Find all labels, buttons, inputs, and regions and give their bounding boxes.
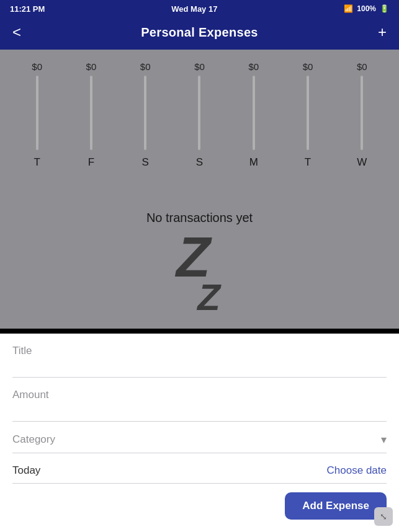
bar-amount: $0 (194, 61, 205, 72)
amount-field: Amount (12, 378, 387, 422)
bar-column: $0S (127, 61, 164, 169)
bar-track (90, 76, 92, 150)
bar-track (144, 76, 146, 150)
amount-label: Amount (12, 389, 49, 401)
bar-day-label: S (196, 156, 203, 169)
form-area: Title Amount Category ▾ Today Choose dat… (0, 334, 399, 532)
status-time: 11:21 PM (10, 4, 45, 14)
bar-amount: $0 (32, 61, 42, 72)
z-graphic-2: Z (197, 279, 220, 316)
bar-column: $0F (73, 61, 110, 169)
bar-day-label: F (88, 156, 94, 169)
choose-date-button[interactable]: Choose date (327, 464, 387, 477)
bar-track (361, 76, 363, 150)
bar-amount: $0 (86, 61, 97, 72)
wifi-icon: 📶 (344, 4, 353, 13)
status-right: 📶 100% 🔋 (344, 4, 389, 13)
chevron-down-icon: ▾ (381, 433, 387, 446)
bar-amount: $0 (248, 61, 259, 72)
bar-track (253, 76, 255, 150)
title-label: Title (12, 345, 32, 357)
bar-column: $0T (289, 61, 326, 169)
bar-day-label: T (305, 156, 311, 169)
title-field: Title (12, 334, 387, 378)
battery-label: 100% (357, 4, 376, 13)
device-frame: 11:21 PM Wed May 17 📶 100% 🔋 < Personal … (0, 0, 399, 532)
bars-container: $0T$0F$0S$0S$0M$0T$0W (10, 57, 389, 169)
status-date: Wed May 17 (171, 4, 217, 14)
amount-input[interactable] (12, 402, 387, 415)
bar-column: $0T (19, 61, 56, 169)
add-expense-row: Add Expense (12, 484, 387, 532)
back-button[interactable]: < (12, 25, 21, 40)
bar-amount: $0 (303, 61, 313, 72)
bar-amount: $0 (140, 61, 151, 72)
bar-track (198, 76, 200, 150)
corner-resize-button[interactable]: ⤡ (374, 507, 393, 526)
bar-column: $0W (343, 61, 380, 169)
chart-area: $0T$0F$0S$0S$0M$0T$0W (0, 50, 399, 192)
bar-day-label: S (142, 156, 149, 169)
add-expense-button[interactable]: Add Expense (285, 492, 387, 520)
bar-column: $0S (181, 61, 218, 169)
page-title: Personal Expenses (141, 25, 258, 40)
header: < Personal Expenses + (0, 17, 399, 50)
bar-track (36, 76, 38, 150)
battery-icon: 🔋 (380, 4, 389, 13)
status-bar: 11:21 PM Wed May 17 📶 100% 🔋 (0, 0, 399, 17)
empty-state: No transactions yet Z Z (0, 192, 399, 329)
empty-state-message: No transactions yet (146, 211, 253, 224)
category-label: Category (12, 433, 55, 446)
title-input[interactable] (12, 358, 387, 371)
zzz-graphic: Z Z (179, 229, 220, 316)
resize-icon: ⤡ (380, 512, 387, 521)
add-button[interactable]: + (378, 25, 387, 40)
bar-day-label: W (357, 156, 367, 169)
bar-amount: $0 (357, 61, 367, 72)
bar-day-label: T (34, 156, 40, 169)
bar-column: $0M (235, 61, 272, 169)
bar-day-label: M (249, 156, 258, 169)
date-label: Today (12, 464, 40, 477)
bar-track (307, 76, 309, 150)
date-row: Today Choose date (12, 453, 387, 484)
category-field[interactable]: Category ▾ (12, 422, 387, 453)
